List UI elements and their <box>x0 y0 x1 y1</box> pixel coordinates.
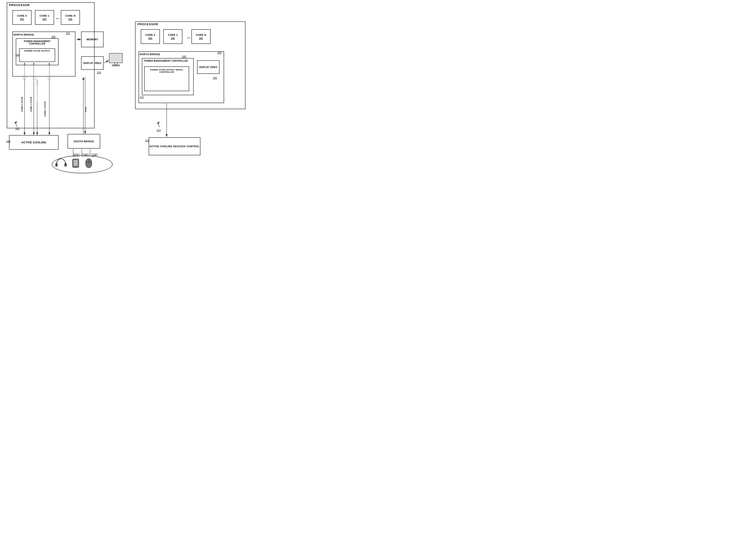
core0-box-left: CORE 0 101 <box>13 10 32 25</box>
core0-label-right: CORE 0 <box>146 34 155 36</box>
arrow-ref: 114 <box>156 129 161 131</box>
nb-ref-right: 103 <box>217 51 221 54</box>
sb-box: SOUTH-BRIDGE <box>68 134 100 148</box>
acd-box: ACTIVE COOLING DEVICES/ CONTROL <box>148 137 201 155</box>
dv-label-left: DISPLAY VIDEO <box>83 62 101 65</box>
core1-ref-left: 101 <box>42 18 46 20</box>
ac-ref2-left: 102 <box>15 127 19 130</box>
core0-ref-right: 101 <box>148 37 152 40</box>
core0-state-label: CORE 0 STATE <box>21 97 23 112</box>
core1-state-label: CORE 1 STATE <box>30 97 32 112</box>
peripheral-icons <box>55 158 93 168</box>
svg-rect-5 <box>65 163 67 166</box>
coren-label-left: CORE N <box>65 14 76 17</box>
core0-label-left: CORE 0 <box>17 14 27 17</box>
svg-rect-1 <box>110 54 122 62</box>
processor-label-left: PROCESSOR <box>9 3 30 7</box>
device-icon <box>71 158 80 168</box>
dv-box-right: DISPLAY VIDEO <box>197 60 220 74</box>
coren-box-left: CORE N 101 <box>61 10 80 25</box>
core0-box-right: CORE 0 101 <box>141 29 160 44</box>
diagram-container: PROCESSOR CORE 0 101 CORE 1 101 ... CORE… <box>0 0 252 178</box>
ac-ref-left: 104 <box>6 140 10 143</box>
monitor-icon <box>108 53 124 68</box>
pso-serial-label-text: POWER STATE OUTPUT SERIAL CONTROLLER <box>150 69 183 73</box>
svg-rect-4 <box>56 163 57 166</box>
dots-right: ... <box>187 35 190 40</box>
core1-box-right: CORE 1 101 <box>163 29 182 44</box>
core1-label-right: CORE 1 <box>168 34 178 36</box>
nb-label-right: NORTH-BRIDGE <box>140 53 160 56</box>
nb-ref3-right: 112 <box>140 96 144 98</box>
pso-label-left: POWER STATE OUTPUT <box>20 49 54 52</box>
coren-state-label: CORE n STATE <box>44 101 46 117</box>
ac-label-left: ACTIVE COOLING <box>21 141 46 144</box>
headphones-icon <box>55 158 67 168</box>
sb-label: SOUTH-BRIDGE <box>74 140 94 143</box>
svg-rect-3 <box>112 65 119 66</box>
core1-ref-right: 101 <box>171 37 175 40</box>
dv-ref-right: 100 <box>213 76 217 79</box>
nb-ref2-left: 105 <box>51 35 55 38</box>
nb-ref2-right: 105 <box>182 55 186 58</box>
memory-label: MEMORY <box>87 38 98 41</box>
mouse-icon <box>84 158 93 168</box>
core0-ref-left: 101 <box>20 18 24 20</box>
pso-serial-label: POWER STATE OUTPUT SERIAL CONTROLLER <box>145 69 188 73</box>
pmc-label-text-left: POWER MANAGEMENT CONTROLLER <box>24 40 50 45</box>
pmc-label-left: POWER MANAGEMENT CONTROLLER <box>18 40 56 45</box>
pmc-label-right: POWER MANAGEMENT CONTROLLER <box>144 60 188 62</box>
dv-box-left: DISPLAY VIDEO <box>81 56 104 70</box>
pso-ref-left: 106 <box>15 54 19 56</box>
coren-ref-left: 101 <box>68 18 72 20</box>
svg-rect-9 <box>74 160 78 166</box>
acd-label: ACTIVE COOLING DEVICES/ CONTROL <box>149 145 200 148</box>
svg-point-10 <box>75 166 76 167</box>
coren-label-right: CORE N <box>196 34 206 36</box>
core1-label-left: CORE 1 <box>40 14 49 17</box>
dv-ref-left: 100 <box>97 71 101 74</box>
dots-left: ... <box>56 15 59 20</box>
ac-box-left: ACTIVE COOLING <box>9 135 59 150</box>
memory-box: MEMORY <box>81 32 104 47</box>
coren-ref-right: 101 <box>199 37 203 40</box>
pmc-label-text-right: POWER MANAGEMENT CONTROLLER <box>144 60 188 62</box>
dv-label-right: DISPLAY VIDEO <box>199 66 217 68</box>
processor-label-right: PROCESSOR <box>137 22 158 26</box>
core1-box-left: CORE 1 101 <box>35 10 54 25</box>
pso-label-text-left: POWER STATE OUTPUT <box>24 49 50 52</box>
nb-label-left: NORTH-BRIDGE <box>14 33 34 36</box>
pcie-label-left: PCIE <box>85 107 87 112</box>
nb-ref-left: 103 <box>66 32 70 35</box>
coren-box-right: CORE N 101 <box>191 29 210 44</box>
acd-ref: 104 <box>145 139 149 142</box>
